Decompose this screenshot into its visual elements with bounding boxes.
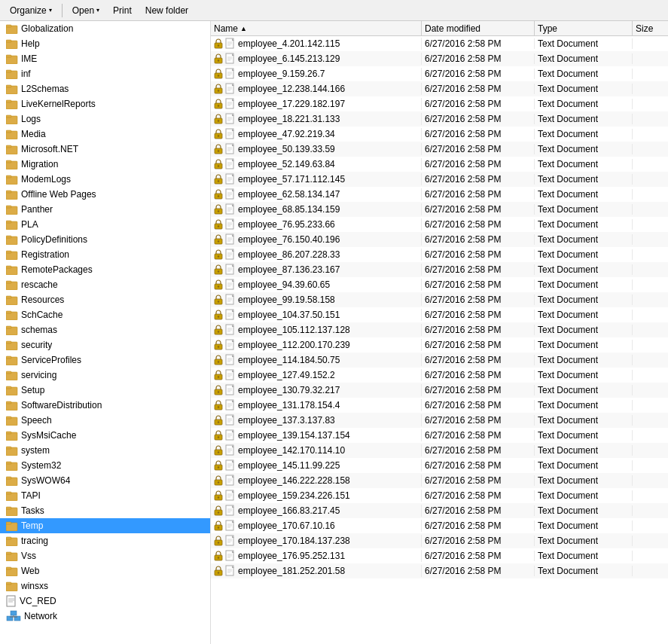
sidebar-item-resources[interactable]: Resources: [0, 292, 210, 307]
table-row[interactable]: employee_142.170.114.106/27/2016 2:58 PM…: [211, 443, 668, 458]
table-row[interactable]: employee_76.150.40.1966/27/2016 2:58 PMT…: [211, 232, 668, 247]
sidebar-item-schemas[interactable]: schemas: [0, 322, 210, 337]
table-row[interactable]: employee_159.234.226.1516/27/2016 2:58 P…: [211, 488, 668, 503]
table-row[interactable]: employee_105.112.137.1286/27/2016 2:58 P…: [211, 322, 668, 337]
table-row[interactable]: employee_170.184.137.2386/27/2016 2:58 P…: [211, 533, 668, 548]
sidebar-item-media[interactable]: Media: [0, 127, 210, 142]
table-row[interactable]: employee_9.159.26.76/27/2016 2:58 PMText…: [211, 66, 668, 81]
sidebar-item-winsxs[interactable]: winsxs: [0, 578, 210, 594]
table-row[interactable]: employee_6.145.213.1296/27/2016 2:58 PMT…: [211, 51, 668, 66]
sidebar-item-inf[interactable]: inf: [0, 66, 210, 81]
organize-button[interactable]: Organize ▾: [5, 2, 57, 19]
sidebar-item-ime[interactable]: IME: [0, 51, 210, 66]
table-row[interactable]: employee_4.201.142.1156/27/2016 2:58 PMT…: [211, 36, 668, 51]
sidebar-item-system[interactable]: system: [0, 443, 210, 458]
sidebar-item-logs[interactable]: Logs: [0, 111, 210, 127]
sidebar-item-tracing[interactable]: tracing: [0, 533, 210, 548]
sidebar-item-livekernelreports[interactable]: LiveKernelReports: [0, 96, 210, 111]
sidebar-item-modemlogs[interactable]: ModemLogs: [0, 172, 210, 187]
sidebar-item-offline-web-pages[interactable]: Offline Web Pages: [0, 187, 210, 202]
table-row[interactable]: employee_68.85.134.1596/27/2016 2:58 PMT…: [211, 202, 668, 217]
sidebar-item-policydefinitions[interactable]: PolicyDefinitions: [0, 232, 210, 247]
sidebar-item-vss[interactable]: Vss: [0, 548, 210, 563]
sidebar-item-security[interactable]: security: [0, 337, 210, 353]
table-row[interactable]: employee_99.19.58.1586/27/2016 2:58 PMTe…: [211, 292, 668, 307]
cell-date: 6/27/2016 2:58 PM: [422, 249, 535, 260]
table-row[interactable]: employee_139.154.137.1546/27/2016 2:58 P…: [211, 428, 668, 443]
sidebar-item-serviceprofiles[interactable]: ServiceProfiles: [0, 353, 210, 368]
table-row[interactable]: employee_94.39.60.656/27/2016 2:58 PMTex…: [211, 277, 668, 292]
table-row[interactable]: employee_104.37.50.1516/27/2016 2:58 PMT…: [211, 307, 668, 322]
sidebar-item-remotepackages[interactable]: RemotePackages: [0, 262, 210, 277]
column-header-size[interactable]: Size: [633, 21, 668, 35]
file-name: employee_181.252.201.58: [238, 566, 345, 576]
table-row[interactable]: employee_181.252.201.586/27/2016 2:58 PM…: [211, 563, 668, 578]
table-row[interactable]: employee_130.79.32.2176/27/2016 2:58 PMT…: [211, 383, 668, 398]
cell-date: 6/27/2016 2:58 PM: [422, 53, 535, 64]
print-button[interactable]: Print: [108, 2, 137, 19]
sidebar-item-network[interactable]: Network: [0, 609, 210, 624]
sidebar-item-softwaredistribution[interactable]: SoftwareDistribution: [0, 398, 210, 413]
table-row[interactable]: employee_145.11.99.2256/27/2016 2:58 PMT…: [211, 458, 668, 473]
table-row[interactable]: employee_18.221.31.1336/27/2016 2:58 PMT…: [211, 111, 668, 127]
table-row[interactable]: employee_166.83.217.456/27/2016 2:58 PMT…: [211, 503, 668, 518]
sidebar-item-setup[interactable]: Setup: [0, 383, 210, 398]
sidebar-item-migration[interactable]: Migration: [0, 157, 210, 172]
svg-point-177: [218, 240, 219, 242]
file-name: employee_62.58.134.147: [238, 189, 340, 200]
sidebar-item-registration[interactable]: Registration: [0, 247, 210, 262]
table-row[interactable]: employee_47.92.219.346/27/2016 2:58 PMTe…: [211, 127, 668, 142]
sidebar-item-pla[interactable]: PLA: [0, 217, 210, 232]
sidebar-item-temp[interactable]: Temp: [0, 518, 210, 533]
table-row[interactable]: employee_87.136.23.1676/27/2016 2:58 PMT…: [211, 262, 668, 277]
sidebar-item-syswow64[interactable]: SysWOW64: [0, 473, 210, 488]
table-row[interactable]: employee_76.95.233.666/27/2016 2:58 PMTe…: [211, 217, 668, 232]
table-row[interactable]: employee_12.238.144.1666/27/2016 2:58 PM…: [211, 81, 668, 96]
column-header-date[interactable]: Date modified: [422, 21, 535, 35]
text-file-icon: [225, 158, 236, 170]
sidebar-item-globalization[interactable]: Globalization: [0, 21, 210, 36]
table-row[interactable]: employee_114.184.50.756/27/2016 2:58 PMT…: [211, 353, 668, 368]
table-row[interactable]: employee_137.3.137.836/27/2016 2:58 PMTe…: [211, 413, 668, 428]
sidebar-item-web[interactable]: Web: [0, 563, 210, 578]
sidebar-item-sysmsicache[interactable]: SysMsiCache: [0, 428, 210, 443]
table-row[interactable]: employee_127.49.152.26/27/2016 2:58 PMTe…: [211, 368, 668, 383]
table-row[interactable]: employee_62.58.134.1476/27/2016 2:58 PMT…: [211, 187, 668, 202]
column-header-type[interactable]: Type: [535, 21, 633, 35]
table-row[interactable]: employee_17.229.182.1976/27/2016 2:58 PM…: [211, 96, 668, 111]
text-file-icon: [225, 429, 236, 441]
column-header-name[interactable]: Name ▲: [211, 21, 422, 35]
sidebar-item-help[interactable]: Help: [0, 36, 210, 51]
text-file-icon: [225, 520, 236, 532]
sidebar-item-microsoft-net[interactable]: Microsoft.NET: [0, 142, 210, 157]
sidebar-item-schcache[interactable]: SchCache: [0, 307, 210, 322]
sidebar-item-tapi[interactable]: TAPI: [0, 488, 210, 503]
table-row[interactable]: employee_176.95.252.1316/27/2016 2:58 PM…: [211, 548, 668, 563]
table-row[interactable]: employee_131.178.154.46/27/2016 2:58 PMT…: [211, 398, 668, 413]
sidebar-item-speech[interactable]: Speech: [0, 413, 210, 428]
table-row[interactable]: employee_57.171.112.1456/27/2016 2:58 PM…: [211, 172, 668, 187]
table-row[interactable]: employee_170.67.10.166/27/2016 2:58 PMTe…: [211, 518, 668, 533]
cell-size: 1 KB: [633, 475, 668, 486]
sidebar-item-rescache[interactable]: rescache: [0, 277, 210, 292]
cell-date: 6/27/2016 2:58 PM: [422, 325, 535, 335]
sidebar-item-tasks[interactable]: Tasks: [0, 503, 210, 518]
table-row[interactable]: employee_52.149.63.846/27/2016 2:58 PMTe…: [211, 157, 668, 172]
open-button[interactable]: Open ▾: [67, 2, 105, 19]
sidebar-item-panther[interactable]: Panther: [0, 202, 210, 217]
svg-rect-27: [6, 221, 11, 223]
table-row[interactable]: employee_86.207.228.336/27/2016 2:58 PMT…: [211, 247, 668, 262]
sidebar-item-l2schemas[interactable]: L2Schemas: [0, 81, 210, 96]
folder-icon: [6, 99, 18, 109]
sidebar-item-system32[interactable]: System32: [0, 458, 210, 473]
table-row[interactable]: employee_146.222.228.1586/27/2016 2:58 P…: [211, 473, 668, 488]
table-row[interactable]: employee_112.200.170.2396/27/2016 2:58 P…: [211, 337, 668, 353]
sidebar-item-vc-red[interactable]: VC_RED: [0, 594, 210, 609]
text-file-icon: [225, 188, 236, 200]
sidebar-item-servicing[interactable]: servicing: [0, 368, 210, 383]
cell-size: 1 KB: [633, 415, 668, 426]
sidebar-item-label: system: [21, 445, 50, 456]
svg-point-205: [218, 301, 219, 302]
new-folder-button[interactable]: New folder: [140, 2, 194, 19]
table-row[interactable]: employee_50.139.33.596/27/2016 2:58 PMTe…: [211, 142, 668, 157]
